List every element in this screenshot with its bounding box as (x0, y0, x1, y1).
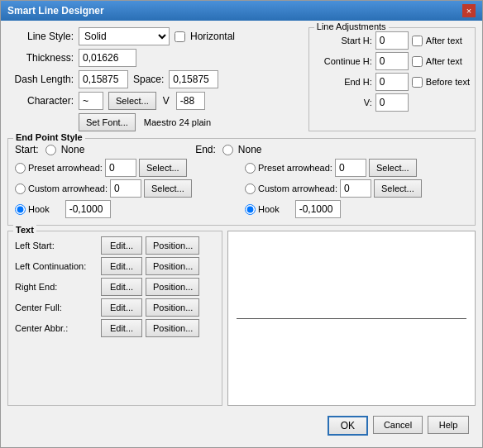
preview-area (227, 231, 476, 406)
start-preset-radio[interactable] (15, 163, 26, 174)
line-style-select[interactable]: Solid Dashed Dotted (79, 27, 170, 45)
end-preset-input[interactable] (335, 159, 366, 177)
line-adjustments-box: Line Adjustments Start H: After text Con… (308, 27, 476, 131)
left-continuation-edit-button[interactable]: Edit... (101, 257, 142, 275)
start-hook-radio[interactable] (15, 204, 26, 215)
left-start-position-button[interactable]: Position... (146, 236, 199, 255)
endpoint-title: End Point Style (13, 132, 85, 142)
v-adj-input[interactable] (375, 93, 409, 112)
center-abbr-label: Center Abbr.: (15, 323, 98, 333)
end-custom-select-button[interactable]: Select... (374, 179, 422, 198)
line-style-label: Line Style: (7, 31, 74, 42)
center-full-label: Center Full: (15, 303, 98, 312)
space-input[interactable] (169, 70, 218, 88)
setfont-button[interactable]: Set Font... (79, 113, 136, 131)
close-button[interactable]: × (462, 4, 476, 17)
space-label: Space: (133, 74, 164, 85)
end-hook-input[interactable] (295, 200, 341, 218)
start-h-check-label: After text (426, 36, 462, 45)
continue-h-input[interactable] (375, 52, 409, 70)
end-custom-input[interactable] (340, 179, 371, 198)
window-title: Smart Line Designer (7, 5, 104, 17)
dash-length-input[interactable] (79, 70, 128, 88)
text-section: Text Left Start: Edit... Position... Lef… (7, 231, 222, 406)
left-start-label: Left Start: (15, 241, 98, 250)
continue-h-label: Continue H: (314, 56, 372, 66)
right-end-label: Right End: (15, 282, 98, 292)
end-none-radio[interactable] (222, 145, 233, 155)
end-h-label: End H: (314, 77, 372, 87)
right-end-edit-button[interactable]: Edit... (101, 278, 142, 296)
help-button[interactable]: Help (428, 416, 469, 434)
end-hook-label: Hook (258, 204, 280, 214)
end-ep-label: End: (195, 144, 216, 155)
dash-length-label: Dash Length: (7, 74, 74, 85)
end-none-label: None (238, 144, 262, 155)
start-custom-input[interactable] (110, 179, 141, 198)
center-abbr-edit-button[interactable]: Edit... (101, 319, 142, 337)
start-h-label: Start H: (314, 36, 372, 45)
end-h-checkbox[interactable] (412, 77, 423, 88)
center-full-position-button[interactable]: Position... (146, 298, 199, 317)
character-label: Character: (7, 95, 74, 107)
center-full-edit-button[interactable]: Edit... (101, 298, 142, 317)
v-value-input[interactable] (176, 92, 205, 110)
character-select-button[interactable]: Select... (108, 92, 156, 110)
ok-button[interactable]: OK (328, 416, 368, 436)
start-custom-label: Custom arrowhead: (28, 183, 108, 193)
left-continuation-position-button[interactable]: Position... (146, 257, 199, 275)
end-h-check-label: Before text (426, 77, 470, 87)
horizontal-checkbox[interactable] (175, 31, 185, 42)
start-preset-label: Preset arrowhead: (28, 163, 103, 173)
thickness-input[interactable] (79, 49, 136, 67)
start-ep-label: Start: (15, 144, 39, 155)
continue-h-check-label: After text (426, 56, 462, 66)
endpoint-style-section: End Point Style Start: None End: None Pr… (7, 138, 476, 226)
start-hook-label: Hook (28, 204, 50, 214)
left-continuation-label: Left Continuation: (15, 261, 98, 271)
start-preset-select-button[interactable]: Select... (139, 159, 187, 177)
start-preset-input[interactable] (105, 159, 136, 177)
left-start-edit-button[interactable]: Edit... (101, 236, 142, 255)
center-abbr-position-button[interactable]: Position... (146, 319, 199, 337)
font-display: Maestro 24 plain (144, 117, 211, 127)
end-preset-select-button[interactable]: Select... (369, 159, 417, 177)
end-custom-label: Custom arrowhead: (258, 183, 337, 193)
title-bar: Smart Line Designer × (1, 1, 482, 21)
start-none-radio[interactable] (45, 145, 56, 155)
start-custom-select-button[interactable]: Select... (144, 179, 192, 198)
start-h-input[interactable] (375, 31, 409, 50)
character-input[interactable] (79, 92, 103, 110)
thickness-label: Thickness: (7, 52, 74, 64)
start-custom-radio[interactable] (15, 183, 26, 194)
cancel-button[interactable]: Cancel (373, 416, 423, 434)
horizontal-label: Horizontal (190, 31, 235, 42)
continue-h-checkbox[interactable] (412, 56, 423, 67)
end-preset-radio[interactable] (245, 163, 256, 174)
start-none-label: None (61, 144, 85, 155)
text-title: Text (13, 225, 36, 235)
end-custom-radio[interactable] (245, 183, 256, 194)
preview-line (237, 318, 466, 319)
v-label: V (163, 95, 170, 107)
end-hook-radio[interactable] (245, 204, 256, 215)
right-end-position-button[interactable]: Position... (146, 278, 199, 296)
end-h-input[interactable] (375, 73, 409, 91)
v-adj-label: V: (314, 98, 372, 107)
start-hook-input[interactable] (65, 200, 111, 218)
start-h-checkbox[interactable] (412, 36, 423, 46)
line-adjustments-title: Line Adjustments (314, 21, 389, 31)
main-window: Smart Line Designer × Line Style: Solid … (0, 0, 483, 448)
end-preset-label: Preset arrowhead: (258, 163, 332, 173)
